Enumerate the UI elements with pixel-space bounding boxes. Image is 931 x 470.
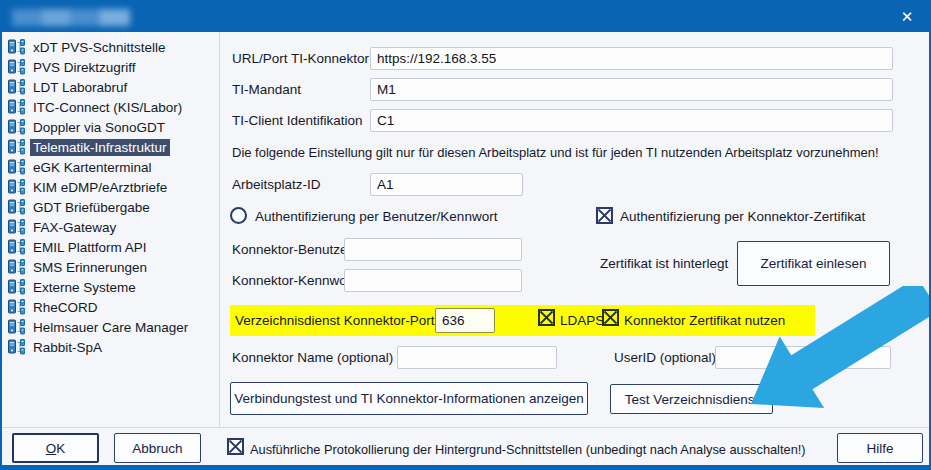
sidebar-item-rhecord[interactable]: RheCORD [8, 297, 218, 317]
network-computers-icon [8, 139, 25, 155]
workstation-info-text: Die folgende Einstellung gilt nur für di… [232, 145, 879, 160]
sidebar-divider [219, 32, 220, 427]
zertifikat-einlesen-button[interactable]: Zertifikat einlesen [737, 241, 890, 286]
settings-dialog: ✕ xDT PVS-Schnittstelle [0, 0, 931, 470]
konnektor-benutzer-label: Konnektor-Benutzer [232, 242, 352, 257]
close-icon[interactable]: ✕ [895, 6, 919, 28]
userid-input[interactable] [715, 346, 891, 369]
sidebar-item-sms-erinnerungen[interactable]: SMS Erinnerungen [8, 257, 218, 277]
ok-button[interactable]: OK [12, 433, 99, 463]
konnektor-benutzer-input[interactable] [344, 238, 522, 261]
network-computers-icon [8, 259, 25, 275]
konnektor-kennwort-label: Konnektor-Kennwort [232, 273, 355, 288]
sidebar-item-label: EMIL Plattform API [30, 239, 150, 256]
sidebar-item-label: GDT Briefübergabe [30, 199, 153, 216]
sidebar-item-fax-gateway[interactable]: FAX-Gateway [8, 217, 218, 237]
network-computers-icon [8, 339, 25, 355]
sidebar-item-label: eGK Kartenterminal [30, 159, 155, 176]
ok-label-initial: O [46, 441, 57, 456]
sidebar-item-xdt-pvs-schnittstelle[interactable]: xDT PVS-Schnittstelle [8, 37, 218, 57]
sidebar-item-pvs-direktzugriff[interactable]: PVS Direktzugriff [8, 57, 218, 77]
konnektor-zertifikat-nutzen-label: Konnektor Zertifikat nutzen [624, 313, 785, 328]
client-id-input[interactable] [370, 109, 893, 132]
sidebar-item-externe-systeme[interactable]: Externe Systeme [8, 277, 218, 297]
verzeichnisdienst-port-input[interactable] [435, 308, 495, 333]
ldaps-checkbox[interactable] [538, 309, 555, 326]
arbeitsplatz-input[interactable] [370, 173, 523, 196]
network-computers-icon [8, 299, 25, 315]
konnektor-name-input[interactable] [397, 346, 557, 369]
network-computers-icon [8, 179, 25, 195]
sidebar-item-label: Doppler via SonoGDT [30, 119, 168, 136]
url-label: URL/Port TI-Konnektor [232, 51, 369, 66]
network-computers-icon [8, 99, 25, 115]
network-computers-icon [8, 119, 25, 135]
sidebar-item-gdt-briefübergabe[interactable]: GDT Briefübergabe [8, 197, 218, 217]
mandant-label: TI-Mandant [232, 82, 301, 97]
arbeitsplatz-label: Arbeitsplatz-ID [232, 177, 321, 192]
sidebar-item-kim-edmp-earztbriefe[interactable]: KIM eDMP/eArztbriefe [8, 177, 218, 197]
logging-checkbox[interactable] [227, 438, 244, 455]
logging-label: Ausführliche Protokollierung der Hinterg… [250, 442, 806, 457]
mandant-input[interactable] [370, 78, 893, 101]
sidebar-item-label: Helmsauer Care Manager [30, 319, 191, 336]
auth-cert-checkbox[interactable] [596, 207, 613, 224]
sidebar-item-label: LDT Laborabruf [30, 79, 130, 96]
hilfe-button[interactable]: Hilfe [837, 433, 923, 463]
userid-label: UserID (optional) [614, 350, 716, 365]
sidebar-item-label: Rabbit-SpA [30, 339, 105, 356]
client-id-label: TI-Client Identifikation [232, 113, 363, 128]
sidebar-item-label: PVS Direktzugriff [30, 59, 139, 76]
sidebar-item-label: xDT PVS-Schnittstelle [30, 39, 169, 56]
auth-user-label: Authentifizierung per Benutzer/Kennwort [255, 209, 497, 224]
sidebar-item-label: ITC-Connect (KIS/Labor) [30, 99, 185, 116]
sidebar-item-egk-kartenterminal[interactable]: eGK Kartenterminal [8, 157, 218, 177]
title-redacted-blur [12, 9, 130, 26]
sidebar-item-label: KIM eDMP/eArztbriefe [30, 179, 170, 196]
network-computers-icon [8, 39, 25, 55]
network-computers-icon [8, 199, 25, 215]
sidebar-item-helmsauer-care-manager[interactable]: Helmsauer Care Manager [8, 317, 218, 337]
network-computers-icon [8, 59, 25, 75]
sidebar-item-label: FAX-Gateway [30, 219, 119, 236]
konnektor-zertifikat-nutzen-checkbox[interactable] [602, 309, 619, 326]
auth-cert-label: Authentifizierung per Konnektor-Zertifik… [620, 209, 865, 224]
auth-user-radio[interactable] [230, 207, 247, 224]
ok-label-rest: K [56, 441, 65, 456]
verbindungstest-button[interactable]: Verbindungstest und TI Konnektor-Informa… [230, 382, 588, 415]
title-bar: ✕ [2, 2, 929, 32]
sidebar: xDT PVS-Schnittstelle PVS Direktzugriff [8, 37, 218, 357]
footer-divider [2, 427, 929, 428]
ldaps-label: LDAPS [560, 313, 604, 328]
sidebar-item-telematik-infrastruktur[interactable]: Telematik-Infrastruktur [8, 137, 218, 157]
network-computers-icon [8, 219, 25, 235]
url-input[interactable] [370, 47, 893, 70]
abbruch-button[interactable]: Abbruch [114, 433, 201, 463]
sidebar-item-emil-plattform-api[interactable]: EMIL Plattform API [8, 237, 218, 257]
sidebar-item-label: Externe Systeme [30, 279, 139, 296]
network-computers-icon [8, 319, 25, 335]
sidebar-item-rabbit-spa[interactable]: Rabbit-SpA [8, 337, 218, 357]
konnektor-kennwort-input[interactable] [344, 269, 522, 292]
sidebar-item-label: RheCORD [30, 299, 101, 316]
network-computers-icon [8, 239, 25, 255]
sidebar-item-ldt-laborabruf[interactable]: LDT Laborabruf [8, 77, 218, 97]
zertifikat-status-text: Zertifikat ist hinterlegt [600, 256, 728, 271]
network-computers-icon [8, 279, 25, 295]
konnektor-name-label: Konnektor Name (optional) [232, 350, 393, 365]
network-computers-icon [8, 79, 25, 95]
sidebar-item-doppler-via-sonogdt[interactable]: Doppler via SonoGDT [8, 117, 218, 137]
sidebar-item-label: SMS Erinnerungen [30, 259, 150, 276]
test-verzeichnisdienst-button[interactable]: Test Verzeichnisdienst [610, 384, 773, 414]
network-computers-icon [8, 159, 25, 175]
verzeichnisdienst-port-label: Verzeichnisdienst Konnektor-Port [235, 313, 435, 328]
sidebar-item-label: Telematik-Infrastruktur [30, 139, 170, 156]
sidebar-item-itc-connect-kis-labor[interactable]: ITC-Connect (KIS/Labor) [8, 97, 218, 117]
